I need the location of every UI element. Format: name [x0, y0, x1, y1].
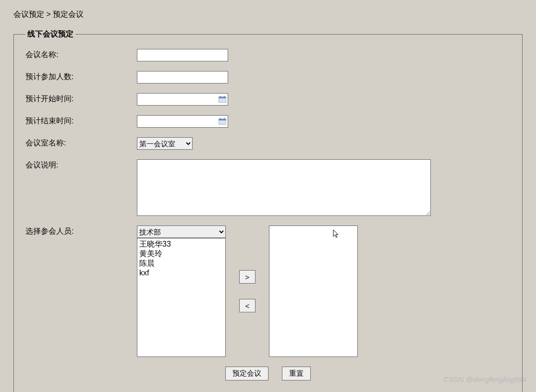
breadcrumb-separator: >	[46, 10, 50, 18]
attendee-count-input[interactable]	[137, 71, 228, 83]
description-label: 会议说明:	[25, 159, 137, 170]
end-time-input[interactable]	[137, 115, 228, 128]
end-time-label: 预计结束时间:	[25, 115, 137, 126]
meeting-name-input[interactable]	[137, 49, 228, 61]
department-select[interactable]: 技术部	[137, 226, 226, 238]
description-input[interactable]	[137, 159, 431, 216]
meeting-name-label: 会议名称:	[25, 49, 137, 60]
remove-button[interactable]: <	[239, 299, 256, 312]
reset-button[interactable]: 重置	[282, 367, 311, 380]
participants-label: 选择参会人员:	[25, 226, 137, 237]
room-select[interactable]: 第一会议室	[137, 137, 193, 150]
start-time-input[interactable]	[137, 93, 228, 106]
breadcrumb: 会议预定 > 预定会议	[13, 10, 523, 20]
list-item[interactable]: 黄美玲	[139, 249, 223, 259]
attendee-count-label: 预计参加人数:	[25, 71, 137, 82]
booking-form: 线下会议预定 会议名称: 预计参加人数: 预计开始时间: 预计结束时间: 会议室…	[13, 29, 523, 392]
list-item[interactable]: 王晓华33	[139, 239, 223, 249]
room-label: 会议室名称:	[25, 137, 137, 148]
start-time-label: 预计开始时间:	[25, 93, 137, 104]
selected-listbox[interactable]	[269, 226, 358, 357]
add-button[interactable]: >	[239, 270, 256, 284]
available-listbox[interactable]: 王晓华33 黄美玲 陈晨 kxf	[137, 238, 226, 357]
breadcrumb-level1[interactable]: 会议预定	[13, 10, 44, 18]
form-legend: 线下会议预定	[25, 29, 75, 39]
list-item[interactable]: kxf	[139, 268, 223, 278]
submit-button[interactable]: 预定会议	[225, 367, 268, 380]
list-item[interactable]: 陈晨	[139, 259, 223, 268]
breadcrumb-level2[interactable]: 预定会议	[53, 10, 84, 18]
